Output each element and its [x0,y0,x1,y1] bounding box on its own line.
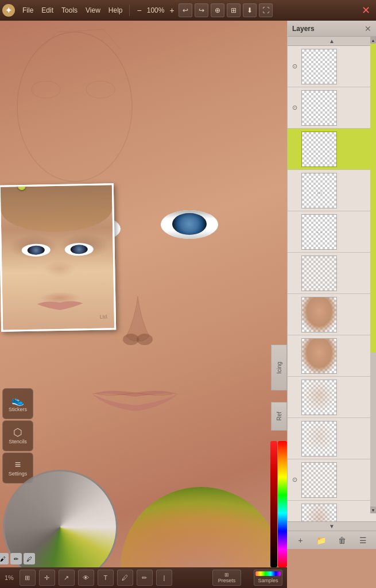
menu-layer-btn[interactable]: ☰ [356,533,370,547]
presets-btn[interactable]: ⊞ Presets [212,570,241,586]
layer-item[interactable] [288,377,376,418]
layer-thumbnail: ... [301,173,337,208]
menubar: ✦ File Edit Tools View Help − 100% + ↩ ↪… [0,0,376,21]
grid-btn[interactable]: ⊞ [227,3,241,17]
download-btn[interactable]: ⬇ [243,3,257,17]
delete-layer-btn[interactable]: 🗑 [335,533,349,547]
color-wheel-area[interactable]: 🖌 ✏ 🖊 [0,452,126,567]
layer-eye-space [289,310,300,320]
wheel-container: 🖌 ✏ 🖊 [0,455,126,567]
samples-btn[interactable]: Samples [254,570,282,586]
presets-label: Presets [218,578,236,583]
add-layer-btn[interactable]: + [293,533,307,547]
layer-item[interactable] [288,418,376,459]
text-btn[interactable]: T [98,570,114,586]
samples-label: Samples [258,578,278,583]
tube-btn[interactable]: 🖊 [117,570,133,586]
bottom-bar: 1% ⊞ ✛ ↗ 👁 T 🖊 ✏ | ⊞ Presets Samples [0,567,287,588]
layer-eye-space [289,434,300,444]
brush-tool-1[interactable]: 🖌 [0,553,9,564]
redo-btn[interactable]: ↪ [195,3,208,17]
zoom-control: − 100% + [134,5,177,16]
menu-help[interactable]: Help [104,4,127,17]
ref-label[interactable]: Ref [276,412,282,421]
rotate-btn[interactable]: ⊕ [211,3,224,17]
scroll-down-arrow[interactable]: ▼ [370,506,376,513]
layer-item[interactable] [288,294,376,335]
svg-point-5 [86,81,115,98]
app-close-btn[interactable]: ✕ [358,4,374,17]
checker-bg [302,91,336,125]
layers-panel: Layers ✕ ▲ ⊙ ⊙ [287,21,376,549]
menu-separator [129,5,130,16]
layer-empty-content [302,463,336,497]
layer-item[interactable] [288,335,376,377]
crosshair-btn[interactable]: ✛ [39,570,55,586]
layer-item[interactable] [288,253,376,294]
color-picker-area[interactable] [121,487,281,567]
icing-panel[interactable]: Icing [271,345,287,390]
layer-item[interactable]: ⊙ [288,46,376,87]
layer-item[interactable] [288,501,376,521]
stencils-btn[interactable]: ⬡ Stencils [2,420,33,451]
layer-thumbnail [301,49,337,84]
icing-label[interactable]: Icing [272,345,286,390]
grid-view-btn[interactable]: ⊞ [20,570,36,586]
right-eye [161,210,218,239]
brush-tool-3[interactable]: 🖊 [24,553,35,564]
brush-tool-2[interactable]: ✏ [10,553,22,564]
presets-icon: ⊞ [224,572,229,578]
pencil-btn[interactable]: ✏ [137,570,153,586]
marker-btn[interactable]: | [156,570,172,586]
menu-tools[interactable]: Tools [57,4,82,17]
layers-close-btn[interactable]: ✕ [365,24,371,33]
layer-eye-icon[interactable]: ⊙ [289,61,300,72]
layer-eye-space [289,227,300,237]
layer-eye-space [289,185,300,196]
layer-face-content [302,339,336,373]
brush-tools: 🖌 ✏ 🖊 [0,553,72,564]
layer-item[interactable]: ⊙ [288,87,376,129]
scroll-up-arrow[interactable]: ▲ [370,37,376,44]
photo-watermark: Ltd. [100,314,108,319]
layer-eye-icon[interactable]: ⊙ [289,475,300,485]
zoom-minus-btn[interactable]: − [134,5,145,16]
ref-panel[interactable]: Ref [271,402,287,431]
folder-btn[interactable]: 📁 [315,533,328,547]
stickers-btn[interactable]: 👟 Stickers [2,388,33,419]
layers-footer: + 📁 🗑 ☰ [288,531,376,549]
layer-thumbnail [301,256,337,291]
layer-item[interactable]: ⊙ [288,459,376,501]
layer-eye-space [289,392,300,403]
layers-scrollbar-track[interactable]: ▲ ▼ [370,37,376,513]
layer-dots: ... [302,173,336,208]
menu-file[interactable]: File [18,4,37,17]
layer-thumbnail [301,421,337,457]
fullscreen-btn[interactable]: ⛶ [259,3,273,17]
stickers-icon: 👟 [11,395,24,405]
eye-btn[interactable]: 👁 [78,570,94,586]
dots-label: ... [317,186,322,195]
layer-item-active[interactable] [288,129,376,170]
arrow-btn[interactable]: ↗ [59,570,75,586]
layer-eye-space [289,351,300,361]
layers-scroll-down[interactable]: ▼ [288,521,376,531]
menu-edit[interactable]: Edit [37,4,57,17]
layer-thumbnail: · · [301,214,337,250]
zoom-plus-btn[interactable]: + [166,5,177,16]
layer-item[interactable]: · · [288,211,376,253]
layer-light-content [302,256,336,291]
layer-thumbnail [301,380,337,415]
layers-scroll-up[interactable]: ▲ [288,37,376,46]
svg-line-2 [57,29,103,32]
layers-scroll-area[interactable]: ⊙ ⊙ ... [288,46,376,521]
layer-eye-icon[interactable]: ⊙ [289,103,300,113]
value-strip[interactable] [270,441,277,567]
stencils-label: Stencils [9,439,27,444]
layers-scrollbar-thumb [370,37,376,353]
layer-item[interactable]: ... [288,170,376,211]
menu-view[interactable]: View [82,4,104,17]
undo-btn[interactable]: ↩ [179,3,192,17]
photo-lips [34,295,86,313]
hue-strip[interactable] [278,441,287,567]
